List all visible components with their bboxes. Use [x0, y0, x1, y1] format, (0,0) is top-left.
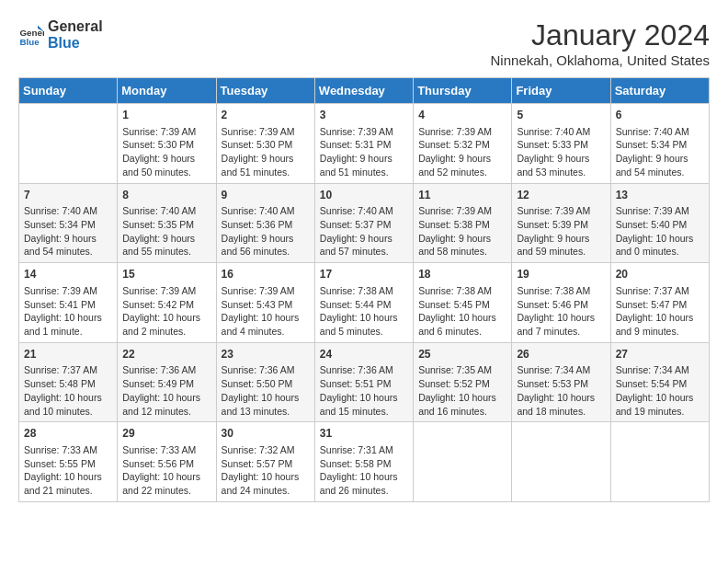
day-info: Sunrise: 7:33 AM Sunset: 5:56 PM Dayligh…: [122, 443, 210, 498]
calendar-cell: 17Sunrise: 7:38 AM Sunset: 5:44 PM Dayli…: [314, 263, 413, 343]
day-info: Sunrise: 7:40 AM Sunset: 5:35 PM Dayligh…: [122, 204, 210, 259]
day-info: Sunrise: 7:40 AM Sunset: 5:34 PM Dayligh…: [24, 204, 112, 259]
calendar-cell: 24Sunrise: 7:36 AM Sunset: 5:51 PM Dayli…: [314, 342, 413, 422]
day-number: 7: [24, 188, 112, 203]
logo-line1: General: [48, 18, 103, 35]
day-number: 9: [222, 188, 310, 203]
day-number: 18: [418, 267, 506, 282]
calendar-title: January 2024: [491, 18, 710, 52]
calendar-cell: 20Sunrise: 7:37 AM Sunset: 5:47 PM Dayli…: [610, 263, 709, 343]
day-info: Sunrise: 7:37 AM Sunset: 5:47 PM Dayligh…: [616, 284, 704, 339]
calendar-cell: 22Sunrise: 7:36 AM Sunset: 5:49 PM Dayli…: [118, 342, 216, 422]
day-number: 23: [222, 347, 310, 362]
day-info: Sunrise: 7:39 AM Sunset: 5:39 PM Dayligh…: [517, 204, 605, 259]
calendar-cell: 26Sunrise: 7:34 AM Sunset: 5:53 PM Dayli…: [512, 342, 610, 422]
calendar-cell: 7Sunrise: 7:40 AM Sunset: 5:34 PM Daylig…: [19, 183, 118, 263]
calendar-cell: 2Sunrise: 7:39 AM Sunset: 5:30 PM Daylig…: [216, 104, 314, 184]
day-number: 4: [418, 108, 506, 123]
day-info: Sunrise: 7:39 AM Sunset: 5:31 PM Dayligh…: [320, 125, 408, 179]
day-number: 24: [320, 347, 408, 362]
calendar-cell: 31Sunrise: 7:31 AM Sunset: 5:58 PM Dayli…: [314, 422, 413, 502]
day-info: Sunrise: 7:39 AM Sunset: 5:43 PM Dayligh…: [222, 284, 310, 339]
day-info: Sunrise: 7:40 AM Sunset: 5:33 PM Dayligh…: [517, 125, 605, 179]
day-info: Sunrise: 7:39 AM Sunset: 5:42 PM Dayligh…: [122, 284, 210, 339]
calendar-cell: [610, 422, 709, 502]
week-row-2: 7Sunrise: 7:40 AM Sunset: 5:34 PM Daylig…: [19, 183, 710, 263]
day-number: 14: [24, 267, 112, 282]
week-row-3: 14Sunrise: 7:39 AM Sunset: 5:41 PM Dayli…: [19, 263, 710, 343]
logo-icon: General Blue: [18, 22, 44, 48]
calendar-cell: 19Sunrise: 7:38 AM Sunset: 5:46 PM Dayli…: [512, 263, 610, 343]
day-number: 26: [517, 347, 605, 362]
column-header-saturday: Saturday: [610, 78, 709, 104]
calendar-cell: 6Sunrise: 7:40 AM Sunset: 5:34 PM Daylig…: [610, 104, 709, 184]
logo-line2: Blue: [48, 35, 103, 52]
day-number: 31: [320, 426, 408, 442]
day-info: Sunrise: 7:33 AM Sunset: 5:55 PM Dayligh…: [24, 443, 112, 498]
week-row-5: 28Sunrise: 7:33 AM Sunset: 5:55 PM Dayli…: [19, 422, 710, 502]
day-info: Sunrise: 7:35 AM Sunset: 5:52 PM Dayligh…: [418, 363, 506, 418]
logo: General Blue General Blue: [18, 18, 103, 51]
calendar-cell: [512, 422, 610, 502]
day-number: 5: [517, 108, 605, 123]
day-number: 28: [24, 426, 112, 442]
day-info: Sunrise: 7:39 AM Sunset: 5:30 PM Dayligh…: [122, 125, 210, 179]
week-row-1: 1Sunrise: 7:39 AM Sunset: 5:30 PM Daylig…: [19, 104, 710, 184]
day-info: Sunrise: 7:32 AM Sunset: 5:57 PM Dayligh…: [222, 443, 310, 498]
calendar-subtitle: Ninnekah, Oklahoma, United States: [491, 52, 710, 68]
day-number: 27: [616, 347, 704, 362]
day-info: Sunrise: 7:38 AM Sunset: 5:46 PM Dayligh…: [517, 284, 605, 339]
day-number: 1: [122, 108, 210, 123]
calendar-cell: 29Sunrise: 7:33 AM Sunset: 5:56 PM Dayli…: [118, 422, 216, 502]
day-number: 20: [616, 267, 704, 282]
calendar-cell: 5Sunrise: 7:40 AM Sunset: 5:33 PM Daylig…: [512, 104, 610, 184]
day-number: 30: [222, 426, 310, 442]
day-info: Sunrise: 7:40 AM Sunset: 5:36 PM Dayligh…: [222, 204, 310, 259]
day-number: 12: [517, 188, 605, 203]
day-number: 19: [517, 267, 605, 282]
day-info: Sunrise: 7:31 AM Sunset: 5:58 PM Dayligh…: [320, 443, 408, 498]
calendar-cell: 10Sunrise: 7:40 AM Sunset: 5:37 PM Dayli…: [314, 183, 413, 263]
calendar-cell: [414, 422, 512, 502]
calendar-cell: 18Sunrise: 7:38 AM Sunset: 5:45 PM Dayli…: [414, 263, 512, 343]
calendar-cell: 4Sunrise: 7:39 AM Sunset: 5:32 PM Daylig…: [414, 104, 512, 184]
day-info: Sunrise: 7:36 AM Sunset: 5:51 PM Dayligh…: [320, 363, 408, 418]
day-info: Sunrise: 7:39 AM Sunset: 5:40 PM Dayligh…: [616, 204, 704, 259]
day-number: 22: [122, 347, 210, 362]
day-number: 3: [320, 108, 408, 123]
calendar-cell: 23Sunrise: 7:36 AM Sunset: 5:50 PM Dayli…: [216, 342, 314, 422]
calendar-header: SundayMondayTuesdayWednesdayThursdayFrid…: [19, 78, 710, 104]
day-number: 15: [122, 267, 210, 282]
calendar-cell: 21Sunrise: 7:37 AM Sunset: 5:48 PM Dayli…: [19, 342, 118, 422]
day-info: Sunrise: 7:36 AM Sunset: 5:49 PM Dayligh…: [122, 363, 210, 418]
day-info: Sunrise: 7:39 AM Sunset: 5:38 PM Dayligh…: [418, 204, 506, 259]
day-number: 29: [122, 426, 210, 442]
calendar-body: 1Sunrise: 7:39 AM Sunset: 5:30 PM Daylig…: [19, 104, 710, 502]
day-number: 21: [24, 347, 112, 362]
column-header-monday: Monday: [118, 78, 216, 104]
calendar-cell: 25Sunrise: 7:35 AM Sunset: 5:52 PM Dayli…: [414, 342, 512, 422]
calendar-cell: 1Sunrise: 7:39 AM Sunset: 5:30 PM Daylig…: [118, 104, 216, 184]
day-number: 13: [616, 188, 704, 203]
calendar-cell: 16Sunrise: 7:39 AM Sunset: 5:43 PM Dayli…: [216, 263, 314, 343]
column-header-wednesday: Wednesday: [314, 78, 413, 104]
day-number: 16: [222, 267, 310, 282]
day-info: Sunrise: 7:40 AM Sunset: 5:37 PM Dayligh…: [320, 204, 408, 259]
day-info: Sunrise: 7:40 AM Sunset: 5:34 PM Dayligh…: [616, 125, 704, 179]
calendar-table: SundayMondayTuesdayWednesdayThursdayFrid…: [18, 77, 710, 502]
day-number: 8: [122, 188, 210, 203]
day-number: 10: [320, 188, 408, 203]
calendar-cell: [19, 104, 118, 184]
calendar-cell: 15Sunrise: 7:39 AM Sunset: 5:42 PM Dayli…: [118, 263, 216, 343]
day-number: 6: [616, 108, 704, 123]
calendar-cell: 8Sunrise: 7:40 AM Sunset: 5:35 PM Daylig…: [118, 183, 216, 263]
column-header-thursday: Thursday: [414, 78, 512, 104]
day-info: Sunrise: 7:38 AM Sunset: 5:44 PM Dayligh…: [320, 284, 408, 339]
calendar-cell: 12Sunrise: 7:39 AM Sunset: 5:39 PM Dayli…: [512, 183, 610, 263]
page-header: General Blue General Blue January 2024 N…: [18, 18, 710, 68]
calendar-cell: 27Sunrise: 7:34 AM Sunset: 5:54 PM Dayli…: [610, 342, 709, 422]
day-info: Sunrise: 7:36 AM Sunset: 5:50 PM Dayligh…: [222, 363, 310, 418]
calendar-cell: 28Sunrise: 7:33 AM Sunset: 5:55 PM Dayli…: [19, 422, 118, 502]
column-header-sunday: Sunday: [19, 78, 118, 104]
calendar-cell: 30Sunrise: 7:32 AM Sunset: 5:57 PM Dayli…: [216, 422, 314, 502]
